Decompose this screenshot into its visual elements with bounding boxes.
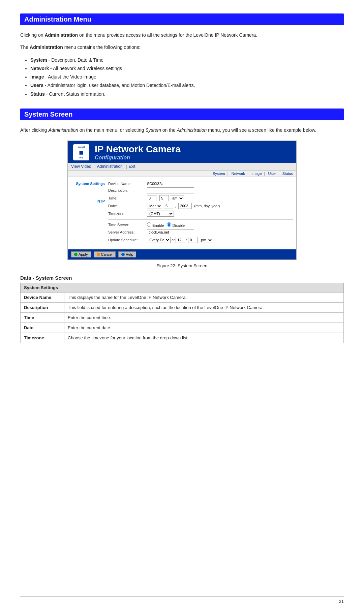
camera-footer: Apply Cancel Help: [68, 249, 296, 259]
admin-bullet-list: System - Description, Date & Time Networ…: [30, 56, 344, 98]
row-name-date: Date: [21, 323, 64, 333]
system-section: System Screen After clicking Administrat…: [20, 109, 344, 343]
subnav-image[interactable]: Image: [251, 172, 262, 176]
cancel-button[interactable]: Cancel: [94, 251, 116, 257]
at-label: at: [172, 238, 176, 242]
figure-caption: Figure 22: System Screen: [20, 263, 344, 268]
camera-title-main: IP Network Camera Configuration: [95, 144, 181, 160]
select-ampm[interactable]: am pm: [170, 195, 184, 201]
row-desc-devicename: This displays the name for the LevelOne …: [64, 292, 344, 302]
nav-exit[interactable]: Exit: [129, 164, 135, 169]
system-section-header: System Screen: [20, 109, 344, 120]
label-timezone: Timezone:: [108, 212, 147, 216]
radio-enable[interactable]: [147, 222, 151, 227]
list-item: Users - Administrator login, user databa…: [30, 81, 344, 90]
row-desc-time: Enter the current time.: [64, 312, 344, 323]
data-section-title: Data - System Screen: [20, 275, 344, 281]
select-schedule-ampm[interactable]: pm am: [199, 237, 213, 243]
admin-section-header: Administration Menu: [20, 13, 344, 25]
nav-administration[interactable]: Administration: [97, 164, 123, 169]
cancel-icon: [97, 253, 100, 256]
camera-nav: View Video | Administration | Exit: [68, 163, 296, 171]
apply-button[interactable]: Apply: [71, 251, 91, 257]
table-row: Date Enter the current date.: [21, 323, 344, 333]
input-schedule-min[interactable]: [188, 237, 198, 243]
input-description[interactable]: [147, 187, 194, 193]
value-timeserver: Enable Disable: [147, 222, 293, 227]
list-item: System - Description, Date & Time: [30, 56, 344, 64]
label-timeserver: Time Server:: [108, 223, 147, 227]
table-section-header-cell: System Settings: [21, 283, 344, 292]
input-serveraddr[interactable]: [147, 229, 194, 235]
table-row: Time Enter the current time.: [21, 312, 344, 323]
list-item: Status - Current Status information.: [30, 90, 344, 98]
input-year[interactable]: [178, 203, 192, 209]
input-schedule-hour[interactable]: [176, 237, 185, 243]
input-day[interactable]: [164, 203, 173, 209]
list-item: Network - All network and Wireless setti…: [30, 64, 344, 73]
camera-subnav: System | Network | Image | User | Status: [68, 171, 296, 177]
value-schedule: Every Day at : pm am: [147, 237, 293, 243]
select-schedule-freq[interactable]: Every Day: [147, 237, 171, 243]
page-number: 21: [339, 599, 344, 604]
subnav-user[interactable]: User: [268, 172, 276, 176]
camera-form-content: Device Name: SC00f32a Description: Time:…: [108, 182, 293, 245]
value-time: : am pm: [147, 195, 293, 201]
apply-icon: [74, 253, 78, 256]
row-desc-date: Enter the current date.: [64, 323, 344, 333]
logo-bottom-text: one: [79, 156, 83, 159]
logo-icon: ■: [79, 149, 83, 156]
table-row: Description This field is used for enter…: [21, 302, 344, 312]
value-serveraddr: [147, 229, 293, 235]
help-icon: [121, 253, 125, 256]
help-button[interactable]: Help: [118, 251, 136, 257]
sidebar-system-label: System Settings: [71, 182, 105, 186]
form-row-schedule: Update Schedule: Every Day at : pm am: [108, 237, 293, 243]
form-row-devicename: Device Name: SC00f32a: [108, 182, 293, 186]
label-time: Time:: [108, 196, 147, 200]
row-name-description: Description: [21, 302, 64, 312]
form-row-timezone: Timezone: (GMT): [108, 211, 293, 217]
radio-disable[interactable]: [167, 222, 171, 227]
input-time-min[interactable]: [159, 195, 169, 201]
row-name-timezone: Timezone: [21, 333, 64, 343]
camera-ui-mockup: level¹ ■ one IP Network Camera Configura…: [67, 141, 297, 259]
list-item: Image - Adjust the Video image: [30, 73, 344, 81]
value-date: Mar , (mth, day, year): [147, 203, 293, 209]
value-timezone: (GMT): [147, 211, 293, 217]
camera-logo: level¹ ■ one: [73, 144, 89, 160]
subnav-system[interactable]: System: [213, 172, 225, 176]
row-desc-timezone: Choose the timezone for your location fr…: [64, 333, 344, 343]
form-row-timeserver: Time Server: Enable Disable: [108, 222, 293, 227]
table-row: Timezone Choose the timezone for your lo…: [21, 333, 344, 343]
input-time-hour[interactable]: [147, 195, 156, 201]
label-devicename: Device Name:: [108, 182, 147, 186]
row-desc-description: This field is used for entering a descri…: [64, 302, 344, 312]
select-timezone[interactable]: (GMT): [147, 211, 174, 217]
form-row-time: Time: : am pm: [108, 195, 293, 201]
label-serveraddr: Server Address:: [108, 230, 147, 234]
row-name-time: Time: [21, 312, 64, 323]
subnav-status[interactable]: Status: [282, 172, 293, 176]
value-description: [147, 187, 293, 193]
camera-title: IP Network Camera Configuration: [95, 144, 181, 160]
admin-intro2: The Administration menu contains the fol…: [20, 43, 344, 51]
camera-body: System Settings NTP Device Name: SC00f32…: [68, 177, 296, 249]
data-table: System Settings Device Name This display…: [20, 283, 344, 343]
ntp-divider: [108, 219, 293, 220]
camera-sidebar: System Settings NTP: [71, 182, 108, 245]
camera-header: level¹ ■ one IP Network Camera Configura…: [68, 141, 296, 162]
nav-view-video[interactable]: View Video: [71, 164, 91, 169]
form-row-serveraddr: Server Address:: [108, 229, 293, 235]
select-month[interactable]: Mar: [147, 203, 162, 209]
camera-title-sub: Configuration: [95, 155, 181, 161]
value-devicename: SC00f32a: [147, 182, 293, 186]
admin-section: Administration Menu Clicking on Administ…: [20, 13, 344, 98]
date-hint: (mth, day, year): [194, 204, 220, 208]
form-row-description: Description:: [108, 187, 293, 193]
radio-disable-label[interactable]: Disable: [167, 223, 185, 227]
system-body-text: After clicking Administration on the mai…: [20, 126, 344, 134]
radio-enable-label[interactable]: Enable: [147, 223, 165, 227]
subnav-network[interactable]: Network: [232, 172, 245, 176]
form-row-date: Date: Mar , (mth, day, year): [108, 203, 293, 209]
